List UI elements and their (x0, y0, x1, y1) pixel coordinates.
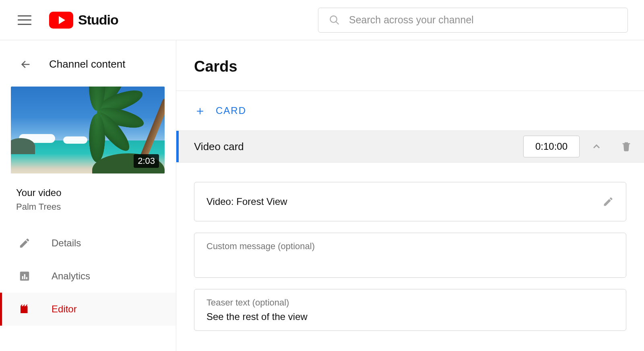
sidebar-item-editor[interactable]: Editor (0, 293, 176, 326)
search-box[interactable] (318, 8, 628, 33)
svg-line-1 (336, 21, 339, 24)
video-field[interactable]: Video: Forest View (194, 182, 626, 221)
card-timestamp-input[interactable] (523, 136, 580, 157)
chevron-up-icon[interactable] (591, 141, 602, 152)
svg-rect-4 (22, 276, 23, 279)
duration-badge: 2:03 (134, 154, 159, 168)
pencil-icon[interactable] (603, 196, 614, 207)
sidebar: Channel content 2:03 Your video Palm Tre… (0, 40, 176, 351)
logo[interactable]: Studio (49, 12, 118, 29)
clapperboard-icon (19, 303, 31, 315)
svg-rect-6 (26, 277, 27, 279)
sidebar-item-details[interactable]: Details (0, 227, 176, 260)
youtube-icon (49, 12, 73, 29)
add-card-button[interactable]: ＋ CARD (176, 91, 644, 130)
your-video-label: Your video (16, 187, 176, 198)
add-card-label: CARD (216, 105, 246, 116)
back-row[interactable]: Channel content (0, 58, 176, 87)
video-field-label: Video: Forest View (206, 196, 287, 207)
custom-message-label: Custom message (optional) (206, 233, 614, 252)
logo-text: Studio (78, 12, 118, 28)
teaser-text-field[interactable]: Teaser text (optional) See the rest of t… (194, 289, 626, 331)
sidebar-item-label: Analytics (52, 270, 90, 282)
video-title: Palm Trees (16, 202, 176, 212)
arrow-left-icon (20, 59, 31, 70)
pencil-icon (19, 237, 31, 249)
trash-icon[interactable] (621, 141, 632, 152)
teaser-value: See the rest of the view (206, 308, 614, 322)
custom-message-field[interactable]: Custom message (optional) (194, 233, 626, 278)
search-input[interactable] (349, 14, 617, 26)
teaser-label: Teaser text (optional) (206, 289, 614, 308)
analytics-icon (19, 270, 31, 282)
sidebar-item-label: Editor (52, 304, 77, 315)
menu-icon[interactable] (18, 15, 31, 25)
plus-icon: ＋ (194, 105, 207, 117)
channel-content-label: Channel content (49, 58, 125, 70)
card-type-label: Video card (194, 140, 512, 153)
card-header[interactable]: Video card (176, 130, 644, 163)
sidebar-item-label: Details (52, 237, 81, 249)
svg-rect-5 (24, 274, 25, 279)
video-thumbnail[interactable]: 2:03 (11, 87, 165, 173)
sidebar-item-analytics[interactable]: Analytics (0, 260, 176, 293)
search-icon (329, 14, 340, 26)
svg-point-0 (330, 16, 337, 22)
page-title: Cards (176, 40, 644, 91)
custom-message-input[interactable] (206, 252, 614, 272)
main: Cards ＋ CARD Video card Video: Forest Vi… (176, 40, 644, 351)
